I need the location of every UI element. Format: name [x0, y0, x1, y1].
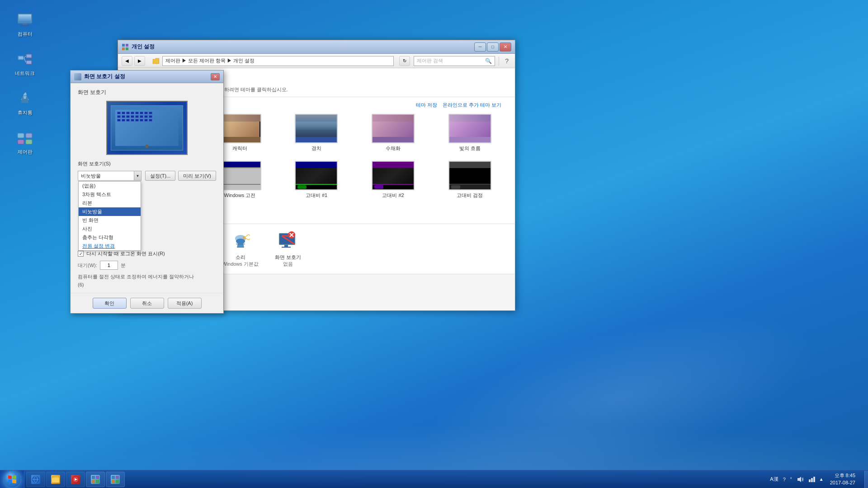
dialog-title-icon [74, 73, 81, 80]
screensaver-dropdown[interactable]: 비눗방울 ▼ (없음) 3차원 텍스트 리본 비눗방울 빈 화면 사진 춤추는 … [78, 171, 142, 181]
screensaver-preview-button[interactable]: 미리 보기(V) [178, 171, 216, 181]
search-bar[interactable]: 제어판 검색 🔍 [414, 56, 495, 66]
network-taskbar-icon[interactable] [808, 476, 816, 483]
taskbar-ctrl1[interactable] [86, 472, 105, 487]
dialog-title-text: 화면 보호기 설정 [84, 73, 208, 80]
dropdown-selected: 비눗방울 [81, 173, 134, 179]
preview-screen [115, 110, 179, 146]
ctrl2-logo [111, 475, 119, 483]
preview-dot [131, 112, 134, 114]
screensaver-settings-button[interactable]: 설정(T)... [145, 171, 175, 181]
desktop: 컴퓨터 네트워크 [0, 0, 868, 488]
preview-dot [144, 119, 148, 122]
dialog-ok-button[interactable]: 확인 [93, 298, 127, 309]
clock-area[interactable]: 오후 8:45 2017-08-27 [826, 472, 859, 486]
svg-rect-60 [116, 480, 119, 483]
window-title: 개인 설정 [132, 43, 472, 51]
dropdown-item-bubbles[interactable]: 비눗방울 [79, 207, 141, 216]
dropdown-arrow-icon: ▼ [134, 171, 141, 180]
dropdown-item-power[interactable]: 전원 설정 변경 [79, 242, 141, 250]
dialog-content: 화면 보호기 [71, 83, 223, 293]
dropdown-item-3dtext[interactable]: 3차원 텍스트 [79, 190, 141, 199]
svg-rect-14 [18, 133, 24, 138]
refresh-button[interactable]: ↻ [399, 56, 410, 66]
close-button[interactable]: ✕ [500, 42, 511, 52]
svg-rect-3 [23, 23, 27, 25]
taskbar-systray: A漢 ? ° ▲ 오후 8:45 2017-08-27 [766, 470, 863, 488]
dropdown-item-mystify[interactable]: 춤추는 다각형 [79, 233, 141, 242]
screensaver-preview [106, 101, 188, 155]
preview-dot [149, 115, 152, 118]
preview-dots [117, 112, 152, 122]
screensaver-icon [278, 231, 298, 251]
svg-rect-10 [27, 61, 31, 64]
preview-dot [149, 112, 152, 114]
window-icon [122, 43, 129, 51]
preview-dot [140, 119, 143, 122]
theme-watercolor[interactable]: 수채화 [357, 112, 429, 154]
forward-button[interactable]: ▶ [134, 56, 145, 66]
dialog-close-button[interactable]: ✕ [211, 73, 220, 80]
volume-icon[interactable] [797, 476, 804, 483]
taskbar-ctrl2[interactable] [106, 472, 125, 487]
show-desktop-button[interactable] [864, 471, 868, 488]
svg-rect-15 [26, 133, 32, 138]
theme-light[interactable]: 빛의 흐름 [434, 112, 506, 154]
systray-lang[interactable]: A漢 [770, 476, 778, 483]
power-text: 컴퓨터를 절전 상태로 조정하여 에너지를 절약하거나 [78, 273, 216, 280]
start-button[interactable] [0, 470, 24, 488]
help-button[interactable]: ? [502, 57, 511, 65]
desktop-icon-control[interactable]: 제어판 [9, 127, 41, 157]
wait-input[interactable] [100, 261, 118, 270]
theme-highc1-label: 고대비 #1 [306, 192, 327, 199]
svg-rect-20 [122, 47, 125, 50]
taskbar-media[interactable] [66, 472, 85, 487]
desktop-icon-computer[interactable]: 컴퓨터 [9, 9, 41, 39]
svg-rect-57 [112, 476, 115, 479]
theme-highblack[interactable]: 고대비 검정 [434, 159, 506, 201]
dialog-cancel-button[interactable]: 취소 [130, 298, 164, 309]
dropdown-item-none[interactable]: (없음) [79, 182, 141, 190]
svg-rect-62 [811, 478, 813, 482]
preview-dot [117, 115, 121, 118]
dropdown-item-ribbon[interactable]: 리본 [79, 199, 141, 207]
media-logo [71, 475, 80, 483]
online-themes-link[interactable]: 온라인으로 추가 테마 보기 [443, 102, 501, 108]
preview-dot [126, 115, 130, 118]
theme-highc2[interactable]: 고대비 #2 [357, 159, 429, 201]
control-icon-label: 제어판 [18, 149, 33, 155]
dialog-apply-button[interactable]: 적용(A) [168, 298, 202, 309]
svg-rect-58 [116, 476, 119, 479]
dropdown-item-photos[interactable]: 사진 [79, 225, 141, 233]
taskbar-folder[interactable] [46, 472, 65, 487]
maximize-button[interactable]: □ [487, 42, 499, 52]
save-theme-link[interactable]: 테마 저장 [416, 102, 437, 108]
svg-rect-56 [96, 480, 99, 483]
back-button[interactable]: ◀ [122, 56, 132, 66]
sound-action[interactable]: 소리 Windows 기본값 [218, 229, 262, 269]
preview-dot [140, 115, 143, 118]
desktop-icon-recycle[interactable]: 휴지통 [9, 88, 41, 118]
svg-rect-61 [809, 479, 811, 482]
preview-dot [144, 115, 148, 118]
address-bar[interactable]: 제어판 ▶ 모든 제어판 항목 ▶ 개인 설정 [162, 56, 394, 66]
theme-highc1[interactable]: 고대비 #1 [280, 159, 353, 201]
desktop-icon-network[interactable]: 네트워크 [9, 48, 41, 79]
svg-rect-8 [27, 55, 31, 57]
taskbar-ie[interactable] [26, 472, 45, 487]
preview-dot [131, 115, 134, 118]
screensaver-selector-label: 화면 보호기(S) [78, 160, 111, 167]
systray-temp: ° [790, 477, 792, 482]
dialog-section-label: 화면 보호기 [78, 89, 216, 96]
logon-checkbox[interactable]: ✓ [78, 251, 84, 257]
minimize-button[interactable]: ─ [474, 42, 486, 52]
theme-landscape[interactable]: 경치 [280, 112, 353, 154]
systray-expand[interactable]: ▲ [819, 477, 824, 482]
svg-rect-2 [19, 14, 31, 23]
screensaver-action[interactable]: 화면 보호기 없음 [271, 229, 305, 269]
preview-dot [149, 119, 152, 122]
dropdown-item-blank[interactable]: 빈 화면 [79, 216, 141, 225]
preview-dot [135, 112, 139, 114]
svg-rect-6 [19, 56, 23, 59]
svg-rect-17 [26, 140, 32, 144]
